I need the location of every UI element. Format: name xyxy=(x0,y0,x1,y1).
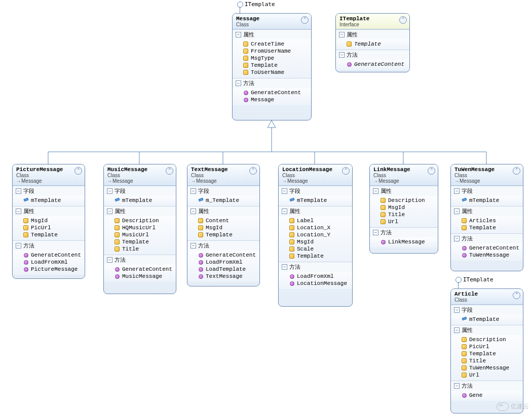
member-item[interactable]: LoadFromXml xyxy=(282,273,350,280)
toggle-icon[interactable]: – xyxy=(339,32,345,37)
member-item[interactable]: PicUrl xyxy=(16,224,83,231)
section-header-props[interactable]: –属性 xyxy=(104,206,176,216)
toggle-icon[interactable]: – xyxy=(107,257,112,263)
toggle-icon[interactable]: – xyxy=(454,209,460,214)
member-item[interactable]: Articles xyxy=(454,217,521,224)
member-item[interactable]: Message xyxy=(236,96,309,103)
section-header-props[interactable]: –属性 xyxy=(451,206,523,216)
member-item[interactable]: Scale xyxy=(282,245,350,253)
member-item[interactable]: Location_X xyxy=(282,224,350,231)
member-item[interactable]: mTemplate xyxy=(282,197,350,204)
toggle-icon[interactable]: – xyxy=(454,188,460,194)
toggle-icon[interactable]: – xyxy=(282,188,287,194)
toggle-icon[interactable]: – xyxy=(454,236,460,241)
member-item[interactable]: mTemplate xyxy=(107,197,174,204)
member-item[interactable]: Url xyxy=(454,371,521,379)
toggle-icon[interactable]: – xyxy=(191,188,196,194)
member-item[interactable]: GenerateContent xyxy=(454,244,521,252)
member-item[interactable]: MsgId xyxy=(282,238,350,245)
member-item[interactable]: Url xyxy=(373,218,436,225)
toggle-icon[interactable]: – xyxy=(236,80,241,86)
section-header-methods[interactable]: –方法 xyxy=(279,262,352,272)
section-header-props[interactable]: –属性 xyxy=(336,29,409,39)
member-item[interactable]: m_Template xyxy=(191,197,257,204)
section-header-methods[interactable]: –方法 xyxy=(187,240,259,251)
class-box-lnk[interactable]: LinkMessageClass→Message⌃–属性DescriptionM… xyxy=(369,164,438,254)
member-item[interactable]: GenerateContent xyxy=(107,266,174,273)
section-header-fields[interactable]: –字段 xyxy=(451,305,523,315)
class-header[interactable]: LocationMessageClass→Message⌃ xyxy=(279,164,352,186)
section-header-props[interactable]: –属性 xyxy=(279,206,352,216)
member-item[interactable]: TuWenMessage xyxy=(454,364,521,371)
collapse-chevron-icon[interactable]: ⌃ xyxy=(166,167,173,175)
member-item[interactable]: GenerateContent xyxy=(191,252,257,259)
member-item[interactable]: Description xyxy=(373,197,436,204)
member-item[interactable]: FromUserName xyxy=(236,48,309,55)
toggle-icon[interactable]: – xyxy=(16,188,21,194)
member-item[interactable]: Content xyxy=(191,217,257,224)
section-header-fields[interactable]: –字段 xyxy=(104,186,176,196)
collapse-chevron-icon[interactable]: ⌃ xyxy=(399,16,407,24)
toggle-icon[interactable]: – xyxy=(191,209,196,214)
member-item[interactable]: HQMusicUrl xyxy=(107,224,174,231)
class-box-msg[interactable]: MessageClass⌃–属性CreateTimeFromUserNameMs… xyxy=(232,13,312,120)
member-item[interactable]: GenerateContent xyxy=(16,252,83,259)
section-header-props[interactable]: –属性 xyxy=(233,29,311,39)
member-item[interactable]: LoadFromXml xyxy=(16,259,83,266)
member-item[interactable]: Template xyxy=(454,350,521,357)
class-box-loc[interactable]: LocationMessageClass→Message⌃–字段mTemplat… xyxy=(278,164,353,307)
collapse-chevron-icon[interactable]: ⌃ xyxy=(74,167,82,175)
toggle-icon[interactable]: – xyxy=(373,230,378,235)
member-item[interactable]: MsgId xyxy=(16,217,83,224)
member-item[interactable]: Template xyxy=(16,231,83,238)
member-item[interactable]: Description xyxy=(454,336,521,343)
member-item[interactable]: mTemplate xyxy=(454,197,521,204)
class-box-itpl[interactable]: ITemplateInterface⌃–属性Template–方法Generat… xyxy=(335,13,410,72)
toggle-icon[interactable]: – xyxy=(454,383,460,389)
section-header-methods[interactable]: –方法 xyxy=(370,227,438,237)
member-item[interactable]: LoadFromXml xyxy=(191,259,257,266)
member-item[interactable]: mTemplate xyxy=(16,197,83,204)
class-header[interactable]: TuWenMessageClass→Message⌃ xyxy=(451,164,523,186)
collapse-chevron-icon[interactable]: ⌃ xyxy=(513,167,520,175)
toggle-icon[interactable]: – xyxy=(282,209,287,214)
member-item[interactable]: Template xyxy=(282,253,350,260)
member-item[interactable]: MsgType xyxy=(236,55,309,62)
class-header[interactable]: LinkMessageClass→Message⌃ xyxy=(370,164,438,186)
class-box-txt[interactable]: TextMessageClass→Message⌃–字段m_Template–属… xyxy=(187,164,260,286)
section-header-methods[interactable]: –方法 xyxy=(13,240,85,251)
member-item[interactable]: Template xyxy=(339,40,407,48)
collapse-chevron-icon[interactable]: ⌃ xyxy=(513,292,520,299)
class-box-tw[interactable]: TuWenMessageClass→Message⌃–字段mTemplate–属… xyxy=(450,164,523,271)
class-header[interactable]: ITemplateInterface⌃ xyxy=(336,14,409,29)
section-header-methods[interactable]: –方法 xyxy=(233,78,311,88)
member-item[interactable]: Title xyxy=(107,245,174,253)
toggle-icon[interactable]: – xyxy=(107,188,112,194)
toggle-icon[interactable]: – xyxy=(282,264,287,270)
toggle-icon[interactable]: – xyxy=(107,209,112,214)
member-item[interactable]: Title xyxy=(454,357,521,364)
toggle-icon[interactable]: – xyxy=(373,188,378,194)
member-item[interactable]: Template xyxy=(236,62,309,69)
member-item[interactable]: GenerateContent xyxy=(236,89,309,96)
class-header[interactable]: MessageClass⌃ xyxy=(233,14,311,29)
member-item[interactable]: CreateTime xyxy=(236,40,309,48)
member-item[interactable]: LinkMessage xyxy=(373,238,436,245)
member-item[interactable]: LocationMessage xyxy=(282,280,350,287)
member-item[interactable]: MsgId xyxy=(191,224,257,231)
toggle-icon[interactable]: – xyxy=(339,52,345,58)
class-box-mus[interactable]: MusicMessageClass→Message⌃–字段mTemplate–属… xyxy=(103,164,176,294)
section-header-fields[interactable]: –字段 xyxy=(13,186,85,196)
member-item[interactable]: mTemplate xyxy=(454,316,521,323)
toggle-icon[interactable]: – xyxy=(191,243,196,248)
collapse-chevron-icon[interactable]: ⌃ xyxy=(249,167,257,175)
section-header-props[interactable]: –属性 xyxy=(370,186,438,196)
member-item[interactable]: PicUrl xyxy=(454,343,521,350)
collapse-chevron-icon[interactable]: ⌃ xyxy=(301,16,309,24)
member-item[interactable]: Template xyxy=(107,238,174,245)
section-header-methods[interactable]: –方法 xyxy=(451,233,523,243)
member-item[interactable]: MusicUrl xyxy=(107,231,174,238)
member-item[interactable]: Gene xyxy=(454,392,521,399)
member-item[interactable]: PictureMessage xyxy=(16,266,83,273)
section-header-methods[interactable]: –方法 xyxy=(104,255,176,265)
